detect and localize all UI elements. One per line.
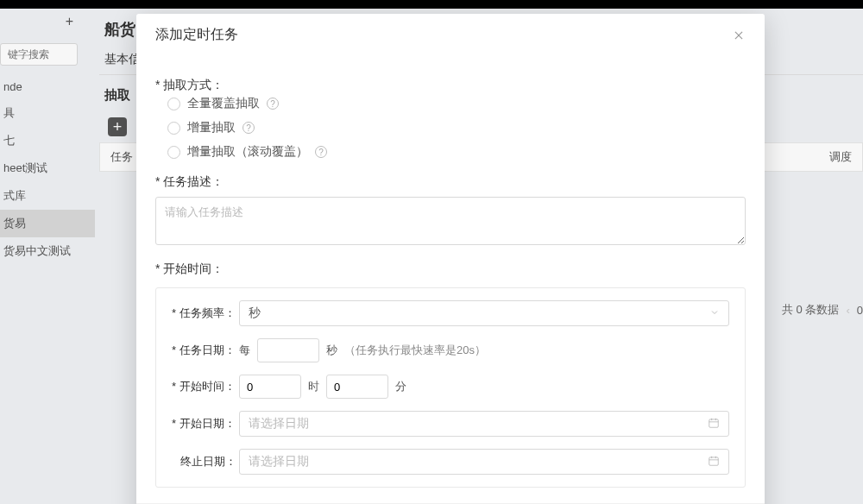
task-desc-input[interactable] (155, 197, 746, 245)
chevron-down-icon (709, 306, 720, 320)
min-unit: 分 (395, 379, 406, 394)
date-placeholder: 请选择日期 (249, 416, 309, 432)
freq-label: 任务频率： (172, 306, 239, 321)
end-date-picker[interactable]: 请选择日期 (239, 449, 729, 475)
help-icon[interactable]: ? (267, 98, 279, 110)
radio-full[interactable]: 全量覆盖抽取 ? (167, 96, 746, 111)
end-date-label: 终止日期： (172, 454, 239, 469)
date-placeholder: 请选择日期 (249, 454, 309, 469)
task-desc-label: 任务描述： (155, 172, 224, 190)
close-icon[interactable] (732, 28, 746, 42)
add-task-modal: 添加定时任务 抽取方式： 全量覆盖抽取 ? 增量抽取 ? 增量抽取（滚动覆盖） … (136, 14, 765, 504)
unit-sec: 秒 (326, 343, 337, 358)
start-date-picker[interactable]: 请选择日期 (239, 411, 729, 437)
interval-input[interactable] (257, 338, 319, 362)
start-date-label: 开始日期： (172, 416, 239, 432)
extract-mode-label: 抽取方式： (155, 75, 224, 93)
calendar-icon (708, 417, 720, 432)
start-hour-input[interactable] (239, 375, 301, 399)
start-min-input[interactable] (326, 375, 388, 399)
svg-rect-2 (709, 419, 719, 426)
radio-icon (167, 146, 180, 159)
radio-icon (167, 122, 180, 135)
calendar-icon (708, 455, 720, 469)
freq-value: 秒 (249, 306, 261, 321)
svg-rect-6 (709, 457, 719, 464)
rate-hint: （任务执行最快速率是20s） (344, 343, 486, 358)
radio-incremental-roll[interactable]: 增量抽取（滚动覆盖） ? (167, 144, 746, 160)
start-time-section-label: 开始时间： (155, 261, 746, 277)
radio-label: 增量抽取（滚动覆盖） (187, 144, 308, 160)
help-icon[interactable]: ? (315, 146, 327, 158)
help-icon[interactable]: ? (243, 122, 255, 134)
radio-incremental[interactable]: 增量抽取 ? (167, 120, 746, 135)
radio-label: 增量抽取 (187, 120, 236, 135)
radio-icon (167, 98, 180, 110)
start-time-label: 开始时间： (172, 379, 239, 394)
hour-unit: 时 (308, 379, 319, 394)
freq-select[interactable]: 秒 (239, 300, 729, 326)
prefix-every: 每 (239, 343, 250, 358)
task-date-label: 任务日期： (172, 343, 239, 358)
schedule-box: 任务频率： 秒 任务日期： 每 秒 （任务执行最快速率是20s） (155, 287, 746, 488)
radio-label: 全量覆盖抽取 (187, 96, 260, 111)
modal-title: 添加定时任务 (155, 26, 238, 44)
